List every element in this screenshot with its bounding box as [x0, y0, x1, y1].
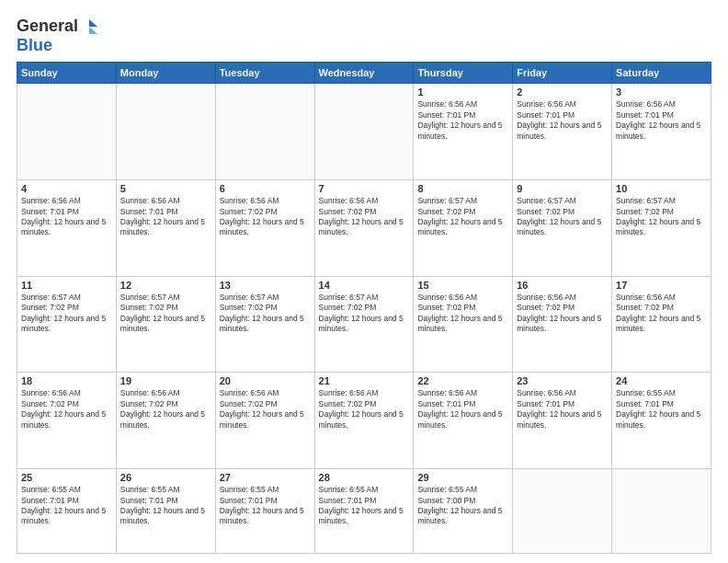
day-info: Sunrise: 6:57 AMSunset: 7:02 PMDaylight:…	[220, 293, 311, 335]
calendar-day-cell	[314, 84, 414, 180]
day-number: 25	[21, 472, 112, 483]
day-info: Sunrise: 6:57 AMSunset: 7:02 PMDaylight:…	[120, 293, 211, 335]
calendar-day-cell: 2Sunrise: 6:56 AMSunset: 7:01 PMDaylight…	[513, 84, 612, 180]
calendar-day-cell: 18Sunrise: 6:56 AMSunset: 7:02 PMDayligh…	[17, 373, 117, 469]
calendar-week-row: 18Sunrise: 6:56 AMSunset: 7:02 PMDayligh…	[17, 373, 711, 469]
day-info: Sunrise: 6:55 AMSunset: 7:01 PMDaylight:…	[120, 485, 211, 527]
calendar-day-cell: 24Sunrise: 6:55 AMSunset: 7:01 PMDayligh…	[612, 373, 711, 469]
calendar-day-cell: 8Sunrise: 6:57 AMSunset: 7:02 PMDaylight…	[414, 180, 513, 277]
calendar-day-cell: 19Sunrise: 6:56 AMSunset: 7:02 PMDayligh…	[116, 373, 215, 469]
day-number: 4	[21, 183, 112, 194]
day-number: 12	[120, 280, 211, 291]
day-info: Sunrise: 6:55 AMSunset: 7:00 PMDaylight:…	[417, 485, 508, 527]
day-number: 15	[417, 280, 508, 291]
calendar-day-cell: 3Sunrise: 6:56 AMSunset: 7:01 PMDaylight…	[612, 84, 711, 180]
day-info: Sunrise: 6:56 AMSunset: 7:02 PMDaylight:…	[220, 388, 311, 431]
day-info: Sunrise: 6:55 AMSunset: 7:01 PMDaylight:…	[616, 388, 707, 431]
day-info: Sunrise: 6:57 AMSunset: 7:02 PMDaylight:…	[616, 196, 707, 238]
calendar-day-cell: 22Sunrise: 6:56 AMSunset: 7:01 PMDayligh…	[414, 373, 513, 469]
calendar-day-cell: 17Sunrise: 6:56 AMSunset: 7:02 PMDayligh…	[612, 276, 711, 373]
day-number: 23	[517, 375, 608, 386]
day-info: Sunrise: 6:56 AMSunset: 7:01 PMDaylight:…	[517, 388, 608, 431]
day-info: Sunrise: 6:56 AMSunset: 7:02 PMDaylight:…	[120, 388, 211, 431]
calendar-week-row: 11Sunrise: 6:57 AMSunset: 7:02 PMDayligh…	[17, 276, 711, 373]
calendar-day-cell	[612, 469, 711, 554]
day-number: 1	[417, 86, 508, 98]
day-info: Sunrise: 6:57 AMSunset: 7:02 PMDaylight:…	[417, 196, 508, 238]
day-info: Sunrise: 6:55 AMSunset: 7:01 PMDaylight:…	[220, 485, 311, 527]
day-info: Sunrise: 6:56 AMSunset: 7:02 PMDaylight:…	[319, 196, 410, 238]
calendar-day-cell: 29Sunrise: 6:55 AMSunset: 7:00 PMDayligh…	[414, 469, 513, 554]
calendar-day-cell	[116, 84, 215, 180]
day-info: Sunrise: 6:56 AMSunset: 7:02 PMDaylight:…	[616, 293, 707, 335]
calendar-day-cell	[513, 469, 612, 554]
day-info: Sunrise: 6:56 AMSunset: 7:02 PMDaylight:…	[21, 388, 112, 431]
day-number: 5	[120, 183, 211, 194]
day-info: Sunrise: 6:56 AMSunset: 7:01 PMDaylight:…	[517, 99, 608, 142]
day-number: 16	[517, 280, 608, 291]
day-info: Sunrise: 6:55 AMSunset: 7:01 PMDaylight:…	[21, 485, 112, 527]
calendar-day-cell: 6Sunrise: 6:56 AMSunset: 7:02 PMDaylight…	[215, 180, 314, 277]
day-number: 13	[220, 280, 311, 291]
calendar-day-header: Monday	[116, 63, 215, 84]
day-number: 19	[120, 375, 211, 386]
svg-marker-1	[89, 27, 97, 34]
day-number: 7	[319, 183, 410, 194]
calendar-day-cell: 1Sunrise: 6:56 AMSunset: 7:01 PMDaylight…	[414, 84, 513, 180]
day-info: Sunrise: 6:56 AMSunset: 7:01 PMDaylight:…	[417, 388, 508, 431]
calendar-day-cell: 20Sunrise: 6:56 AMSunset: 7:02 PMDayligh…	[215, 373, 314, 469]
logo-general: General	[17, 17, 78, 35]
day-number: 22	[417, 375, 508, 386]
day-number: 10	[616, 183, 707, 194]
day-info: Sunrise: 6:56 AMSunset: 7:02 PMDaylight:…	[417, 293, 508, 335]
calendar-day-header: Friday	[513, 63, 612, 84]
day-number: 8	[417, 183, 508, 194]
day-number: 27	[220, 472, 311, 483]
calendar-day-cell: 12Sunrise: 6:57 AMSunset: 7:02 PMDayligh…	[116, 276, 215, 373]
logo-blue: Blue	[17, 36, 52, 54]
calendar-day-cell: 7Sunrise: 6:56 AMSunset: 7:02 PMDaylight…	[314, 180, 414, 277]
day-number: 18	[21, 375, 112, 386]
page: General Blue SundayMondayTuesdayWednesda…	[0, 0, 728, 563]
calendar-day-cell: 11Sunrise: 6:57 AMSunset: 7:02 PMDayligh…	[17, 276, 117, 373]
day-info: Sunrise: 6:56 AMSunset: 7:02 PMDaylight:…	[517, 293, 608, 335]
calendar-day-cell: 14Sunrise: 6:57 AMSunset: 7:02 PMDayligh…	[314, 276, 414, 373]
header: General Blue	[17, 17, 711, 54]
calendar-day-cell: 9Sunrise: 6:57 AMSunset: 7:02 PMDaylight…	[513, 180, 612, 277]
day-number: 29	[417, 472, 508, 483]
calendar-day-cell: 28Sunrise: 6:55 AMSunset: 7:01 PMDayligh…	[314, 469, 414, 554]
day-info: Sunrise: 6:56 AMSunset: 7:02 PMDaylight:…	[319, 388, 410, 431]
calendar-table: SundayMondayTuesdayWednesdayThursdayFrid…	[17, 62, 711, 554]
day-info: Sunrise: 6:57 AMSunset: 7:02 PMDaylight:…	[319, 293, 410, 335]
calendar-day-cell: 23Sunrise: 6:56 AMSunset: 7:01 PMDayligh…	[513, 373, 612, 469]
calendar-day-cell	[215, 84, 314, 180]
day-number: 26	[120, 472, 211, 483]
day-number: 2	[517, 86, 608, 98]
calendar-week-row: 4Sunrise: 6:56 AMSunset: 7:01 PMDaylight…	[17, 180, 711, 277]
calendar-day-header: Saturday	[612, 63, 711, 84]
calendar-week-row: 1Sunrise: 6:56 AMSunset: 7:01 PMDaylight…	[17, 84, 711, 180]
svg-marker-0	[89, 19, 97, 27]
calendar-day-cell: 25Sunrise: 6:55 AMSunset: 7:01 PMDayligh…	[17, 469, 117, 554]
calendar-week-row: 25Sunrise: 6:55 AMSunset: 7:01 PMDayligh…	[17, 469, 711, 554]
day-number: 6	[220, 183, 311, 194]
calendar-day-cell: 27Sunrise: 6:55 AMSunset: 7:01 PMDayligh…	[215, 469, 314, 554]
calendar-day-header: Thursday	[414, 63, 513, 84]
logo-bird-icon	[81, 18, 97, 35]
day-number: 24	[616, 375, 707, 386]
day-number: 9	[517, 183, 608, 194]
day-info: Sunrise: 6:56 AMSunset: 7:01 PMDaylight:…	[417, 99, 508, 142]
day-number: 28	[319, 472, 410, 483]
logo: General Blue	[17, 17, 97, 54]
day-number: 11	[21, 280, 112, 291]
day-info: Sunrise: 6:56 AMSunset: 7:02 PMDaylight:…	[220, 196, 311, 238]
calendar-day-cell: 4Sunrise: 6:56 AMSunset: 7:01 PMDaylight…	[17, 180, 117, 277]
calendar-header-row: SundayMondayTuesdayWednesdayThursdayFrid…	[17, 63, 711, 84]
calendar-day-cell: 13Sunrise: 6:57 AMSunset: 7:02 PMDayligh…	[215, 276, 314, 373]
day-info: Sunrise: 6:56 AMSunset: 7:01 PMDaylight:…	[616, 99, 707, 142]
calendar-day-header: Tuesday	[215, 63, 314, 84]
day-number: 14	[319, 280, 410, 291]
calendar-day-cell	[17, 84, 117, 180]
calendar-day-cell: 26Sunrise: 6:55 AMSunset: 7:01 PMDayligh…	[116, 469, 215, 554]
calendar-day-cell: 5Sunrise: 6:56 AMSunset: 7:01 PMDaylight…	[116, 180, 215, 277]
